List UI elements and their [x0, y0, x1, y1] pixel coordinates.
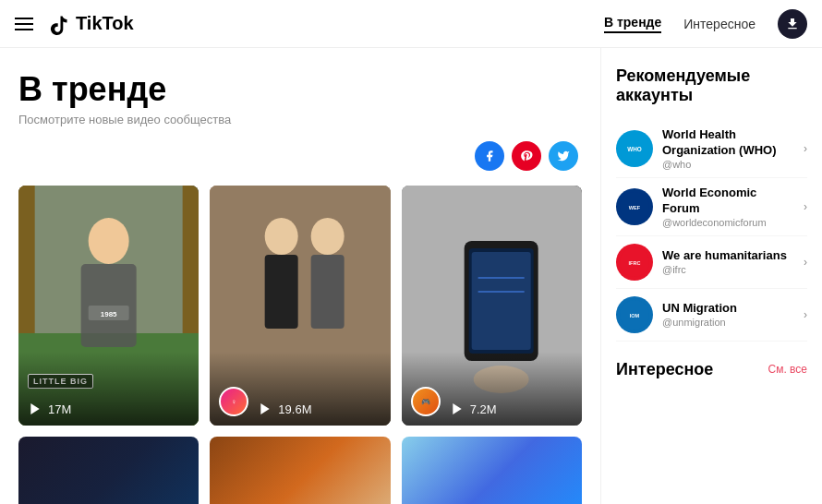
- account-ifrc[interactable]: IFRC We are humanitarians @ifrc ›: [616, 236, 807, 289]
- who-handle: @who: [662, 159, 794, 170]
- wef-handle: @worldeconomicforum: [662, 217, 794, 228]
- avatar-who: WHO: [616, 130, 653, 167]
- svg-text:WHO: WHO: [627, 146, 642, 152]
- nav-interesting[interactable]: Интересное: [683, 17, 756, 31]
- play-icon-3: [450, 402, 465, 416]
- svg-marker-14: [261, 403, 270, 414]
- upload-button[interactable]: [778, 9, 807, 39]
- ifrc-name: We are humanitarians: [662, 248, 794, 264]
- video-card-2[interactable]: ♀ 19.6M: [210, 186, 390, 426]
- svg-point-10: [265, 218, 298, 255]
- ifrc-info: We are humanitarians @ifrc: [662, 248, 794, 275]
- svg-rect-18: [471, 252, 530, 350]
- see-all-link[interactable]: См. все: [768, 363, 808, 376]
- wef-name: World Economic Forum: [662, 186, 794, 217]
- iom-handle: @unmigration: [662, 317, 794, 328]
- wef-logo: WEF: [620, 192, 649, 222]
- video-card-1[interactable]: 1985 LITTLE BIG 17M: [18, 186, 199, 426]
- ifrc-handle: @ifrc: [662, 264, 794, 275]
- iom-chevron: ›: [804, 308, 807, 321]
- iom-info: UN Migration @unmigration: [662, 301, 794, 328]
- ifrc-chevron: ›: [804, 256, 807, 269]
- svg-point-3: [89, 218, 129, 264]
- video-thumb-1: 1985 LITTLE BIG 17M: [18, 186, 199, 426]
- iom-name: UN Migration: [662, 301, 794, 317]
- recommended-accounts: WHO World Health Organization (WHO) @who…: [616, 120, 807, 342]
- svg-rect-13: [311, 255, 345, 329]
- svg-marker-7: [30, 403, 39, 414]
- page-title: В тренде: [18, 70, 582, 109]
- who-info: World Health Organization (WHO) @who: [662, 127, 794, 170]
- interesting-title: Интересное: [616, 360, 713, 379]
- video-grid-top: 1985 LITTLE BIG 17M: [18, 186, 582, 426]
- nav-trending[interactable]: В тренде: [604, 15, 661, 33]
- views-count-2: 19.6M: [278, 402, 311, 416]
- video-views-1: 17M: [28, 402, 71, 416]
- video-thumb-2: ♀ 19.6M: [210, 186, 390, 426]
- video-card-b2[interactable]: [210, 437, 390, 504]
- video-thumb-3: 🎮 7.2M: [402, 186, 582, 426]
- svg-rect-11: [265, 255, 298, 329]
- social-share-row: [18, 141, 578, 171]
- avatar-badge-2: ♀: [219, 387, 248, 416]
- header-nav: В тренде Интересное: [604, 9, 807, 39]
- video-views-3: 7.2M: [450, 402, 497, 416]
- svg-point-12: [311, 218, 345, 255]
- main-layout: В тренде Посмотрите новые видео сообщест…: [0, 48, 822, 504]
- account-who[interactable]: WHO World Health Organization (WHO) @who…: [616, 120, 807, 178]
- who-logo: WHO: [620, 134, 649, 163]
- iom-logo: IOM: [620, 300, 649, 330]
- hamburger-menu[interactable]: [15, 18, 33, 30]
- interesting-header: Интересное См. все: [616, 360, 807, 379]
- video-card-b3[interactable]: [402, 437, 582, 504]
- avatar-iom: IOM: [616, 296, 653, 333]
- avatar-wef: WEF: [616, 188, 653, 225]
- logo[interactable]: TikTok: [44, 11, 134, 37]
- header-left: TikTok: [15, 11, 134, 37]
- play-icon-1: [28, 402, 42, 416]
- logo-text: TikTok: [76, 13, 134, 34]
- facebook-icon: [483, 150, 496, 162]
- svg-text:WEF: WEF: [629, 205, 641, 210]
- account-wef[interactable]: WEF World Economic Forum @worldeconomicf…: [616, 178, 807, 236]
- video-card-3[interactable]: 🎮 7.2M: [402, 186, 582, 426]
- wef-info: World Economic Forum @worldeconomicforum: [662, 186, 794, 228]
- account-iom[interactable]: IOM UN Migration @unmigration ›: [616, 289, 807, 342]
- twitter-icon: [557, 150, 570, 162]
- who-chevron: ›: [804, 142, 807, 155]
- pinterest-icon: [520, 150, 533, 162]
- video-card-b1[interactable]: [18, 437, 199, 504]
- wef-chevron: ›: [804, 200, 807, 213]
- avatar-ifrc: IFRC: [616, 244, 653, 281]
- video-grid-bottom: [18, 437, 582, 504]
- views-count-3: 7.2M: [470, 402, 497, 416]
- page-subtitle: Посмотрите новые видео сообщества: [18, 113, 582, 126]
- pinterest-share-button[interactable]: [512, 141, 541, 171]
- svg-text:1985: 1985: [101, 310, 117, 318]
- upload-icon: [785, 17, 800, 31]
- facebook-share-button[interactable]: [475, 141, 504, 171]
- ifrc-logo: IFRC: [620, 247, 649, 277]
- who-name: World Health Organization (WHO): [662, 127, 794, 159]
- twitter-share-button[interactable]: [549, 141, 578, 171]
- recommended-title: Рекомендуемые аккаунты: [616, 66, 807, 105]
- sidebar: Рекомендуемые аккаунты WHO World Health …: [600, 48, 822, 504]
- content-area: В тренде Посмотрите новые видео сообщест…: [0, 48, 600, 504]
- play-icon-2: [258, 402, 272, 416]
- svg-text:IOM: IOM: [630, 313, 640, 318]
- tiktok-logo-icon: [44, 11, 70, 37]
- svg-text:IFRC: IFRC: [628, 260, 640, 266]
- video-views-2: 19.6M: [258, 402, 311, 416]
- svg-marker-22: [453, 403, 461, 414]
- avatar-badge-3: 🎮: [411, 387, 441, 416]
- views-count-1: 17M: [48, 402, 71, 416]
- header: TikTok В тренде Интересное: [0, 0, 822, 48]
